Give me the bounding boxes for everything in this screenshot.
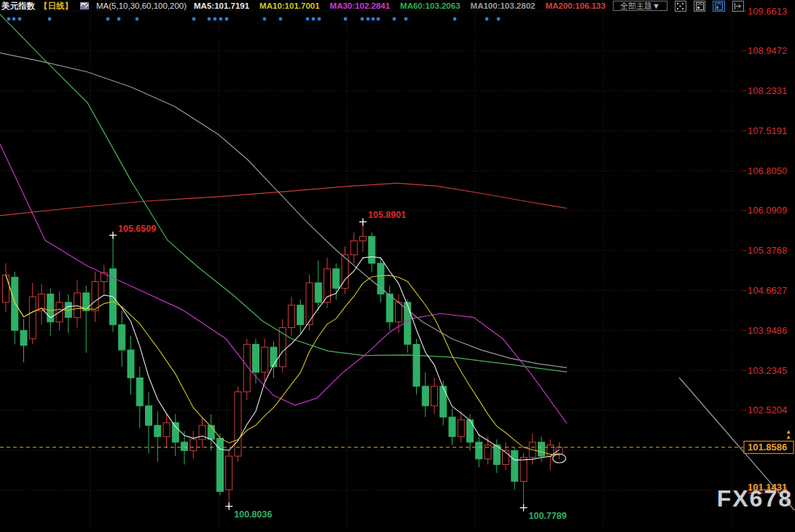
theme-dropdown-button[interactable]: 全部主题▼ [613,1,667,11]
export-pane-icon-button[interactable] [732,1,744,12]
event-dot [106,17,110,21]
candle-down [253,344,259,372]
candle-down [315,283,321,302]
event-dot [361,17,364,21]
axis-tick-label: 106.8050 [748,165,787,176]
event-dot [225,17,229,21]
candle-down [20,330,27,345]
pane-chart-icon [696,2,704,10]
ma-line-ma30 [0,144,567,423]
price-annotation: 105.8901 [368,210,406,220]
current-price-label: 101.8586 [748,442,787,453]
ma-value: MA10:101.7001 [259,1,319,10]
candle-up [235,392,241,456]
event-dot [377,17,380,21]
candle-up [262,347,268,372]
candle-up [350,241,357,255]
price-annotation: 100.7789 [529,511,567,521]
candle-up [289,305,295,328]
axis-tick-label: 106.0909 [748,205,787,216]
export-arrow-icon [734,2,742,10]
axis-tick-label: 102.5204 [748,404,787,415]
event-dot [344,17,348,21]
candle-down [440,386,447,417]
axis-tick-label: 105.3768 [748,245,787,256]
symbol-title: 美元指数 [1,1,35,12]
event-dot [485,17,489,21]
candle-down [181,442,188,451]
ma-value: MA100:103.2802 [471,1,536,10]
event-dot [306,17,310,21]
axis-tick-label: 103.2345 [748,365,787,376]
candle-down [208,426,214,439]
candle-up [29,297,36,339]
candle-down [422,386,428,406]
candle-down [413,344,420,386]
candle-up [360,236,367,240]
candle-up [556,447,563,453]
chart-svg[interactable]: 105.6509105.8901100.8036100.7789109.6613… [0,0,795,532]
event-dot [312,17,316,21]
period-label: 【日线】 [39,1,73,12]
candle-down [386,294,393,321]
axis-tick-label: 104.6627 [748,285,787,296]
watermark: FX678 [717,485,793,512]
event-dot [48,17,52,21]
candle-up [226,456,232,490]
layout-grid-icon-button[interactable] [675,1,686,12]
event-dot [214,17,217,21]
ma-params-label: MA(5,10,30,60,100,200) [96,1,187,10]
scroll-up-arrow[interactable]: ▲ [786,429,791,435]
event-dot [279,17,283,21]
pane-chart-active-icon-button[interactable] [713,1,724,12]
event-dot [136,17,139,21]
event-dots [7,17,501,21]
event-dot [219,17,223,21]
event-dot [117,17,121,21]
candle-up [520,457,527,481]
ma-value: MA60:103.2063 [400,1,460,10]
annotations: 105.6509105.8901100.8036100.7789 [109,210,567,520]
candle-down [154,426,161,437]
candle-down [119,325,125,351]
ma-value: MA5:101.7191 [194,1,249,10]
candlesticks [3,222,563,507]
event-dot [404,17,408,21]
axis-tick-label: 108.9472 [748,45,787,56]
grid-dots-icon [676,2,684,10]
candle-up [396,302,402,322]
candle-up [458,420,464,437]
candle-down [539,442,545,456]
candle-up [190,439,197,450]
price-axis: 109.6613108.9472108.2331107.5191106.8050… [743,6,794,496]
ma-value: MA200:106.133 [545,1,605,10]
candle-down [136,378,143,406]
pane-chart-icon-button[interactable] [694,1,705,12]
candle-up [163,423,170,437]
mini-chart-icon [80,1,89,10]
event-dot [393,17,396,21]
ma-overlays [0,15,567,461]
event-dot [263,17,267,21]
candle-up [92,282,98,311]
pane-chart-active-icon [715,2,723,10]
candle-down [297,305,304,325]
candle-down [333,269,340,289]
candle-up [431,386,438,406]
axis-tick-label: 107.5191 [748,125,787,136]
event-dot [18,17,22,21]
ma-value: MA30:102.2841 [330,1,390,10]
candle-down [12,277,18,330]
event-dot [192,17,196,21]
candle-down [449,417,455,437]
candle-down [467,420,474,442]
event-dot [318,17,321,21]
price-annotation: 100.8036 [234,509,272,520]
axis-tick-label: 108.2331 [748,85,787,96]
event-dot [453,17,457,21]
toolbar: 美元指数 【日线】 MA(5,10,30,60,100,200) MA5:101… [0,0,795,11]
candle-down [128,350,134,378]
event-dot [208,17,211,21]
event-dot [12,17,16,21]
candle-down [369,236,375,263]
